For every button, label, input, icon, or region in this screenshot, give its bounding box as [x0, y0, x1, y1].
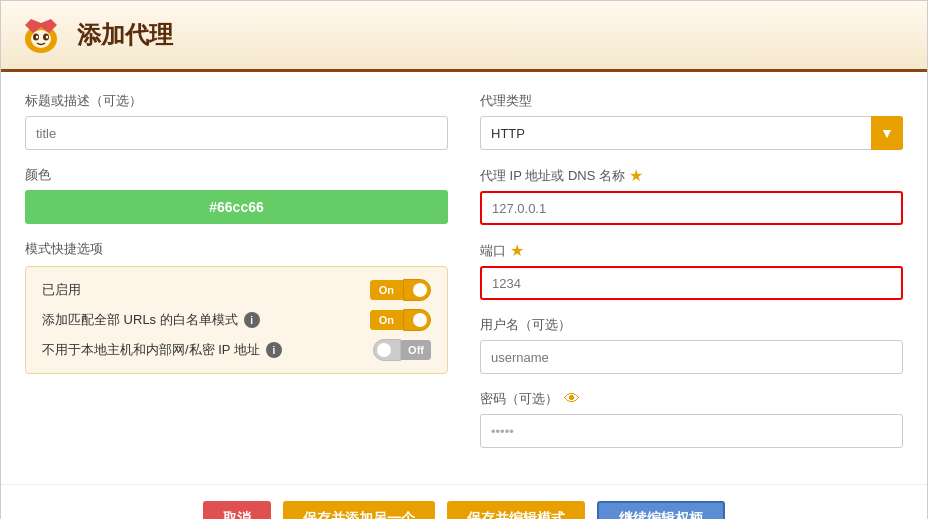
- port-star: ★: [510, 241, 524, 260]
- app-logo: [17, 11, 65, 59]
- proxy-type-group: 代理类型 HTTP HTTPS SOCKS4 SOCKS5 ▼: [480, 92, 903, 150]
- proxy-ip-group: 代理 IP 地址或 DNS 名称 ★: [480, 166, 903, 225]
- toggle-on-label: On: [370, 280, 403, 300]
- quick-options-box: 已启用 On 添加匹配全部 URLs 的白名单模式 i: [25, 266, 448, 374]
- content: 标题或描述（可选） 颜色 #66cc66 模式快捷选项 已启用: [1, 72, 927, 484]
- color-group: 颜色 #66cc66: [25, 166, 448, 224]
- quick-options-title-label: 模式快捷选项: [25, 240, 448, 258]
- whitelist-toggle[interactable]: On: [370, 309, 431, 331]
- password-group: 密码（可选） 👁: [480, 390, 903, 448]
- title-label: 标题或描述（可选）: [25, 92, 448, 110]
- header: 添加代理: [1, 1, 927, 72]
- window: 添加代理 标题或描述（可选） 颜色 #66cc66 模式快捷选项: [0, 0, 928, 519]
- proxy-ip-input[interactable]: [480, 191, 903, 225]
- whitelist-label: 添加匹配全部 URLs 的白名单模式 i: [42, 311, 260, 329]
- username-input[interactable]: [480, 340, 903, 374]
- continue-button[interactable]: 继续编辑权柄: [597, 501, 725, 519]
- password-input[interactable]: [480, 414, 903, 448]
- svg-point-5: [46, 36, 48, 39]
- password-label: 密码（可选） 👁: [480, 390, 903, 408]
- no-local-info-icon[interactable]: i: [266, 342, 282, 358]
- enabled-row: 已启用 On: [42, 279, 431, 301]
- username-group: 用户名（可选）: [480, 316, 903, 374]
- footer-buttons: 取消 保存并添加另一个 保存并编辑模式 继续编辑权柄: [1, 484, 927, 519]
- proxy-ip-star: ★: [629, 166, 643, 185]
- toggle-whitelist-slider: [403, 309, 431, 331]
- svg-point-4: [36, 36, 38, 39]
- whitelist-info-icon[interactable]: i: [244, 312, 260, 328]
- page-title: 添加代理: [77, 19, 173, 51]
- right-column: 代理类型 HTTP HTTPS SOCKS4 SOCKS5 ▼ 代: [480, 92, 903, 464]
- save-edit-button[interactable]: 保存并编辑模式: [447, 501, 585, 519]
- toggle-no-local-slider: [373, 339, 401, 361]
- title-input[interactable]: [25, 116, 448, 150]
- add-another-button[interactable]: 保存并添加另一个: [283, 501, 435, 519]
- toggle-no-local-off-label: Off: [401, 340, 431, 360]
- enabled-toggle[interactable]: On: [370, 279, 431, 301]
- port-group: 端口 ★: [480, 241, 903, 300]
- proxy-type-label: 代理类型: [480, 92, 903, 110]
- toggle-on-slider: [403, 279, 431, 301]
- port-label: 端口 ★: [480, 241, 903, 260]
- form-grid: 标题或描述（可选） 颜色 #66cc66 模式快捷选项 已启用: [25, 92, 903, 464]
- no-local-label: 不用于本地主机和内部网/私密 IP 地址 i: [42, 341, 282, 359]
- enabled-label: 已启用: [42, 281, 81, 299]
- title-group: 标题或描述（可选）: [25, 92, 448, 150]
- proxy-ip-label: 代理 IP 地址或 DNS 名称 ★: [480, 166, 903, 185]
- cancel-button[interactable]: 取消: [203, 501, 271, 519]
- port-input[interactable]: [480, 266, 903, 300]
- left-column: 标题或描述（可选） 颜色 #66cc66 模式快捷选项 已启用: [25, 92, 448, 464]
- color-label: 颜色: [25, 166, 448, 184]
- proxy-type-select-wrapper: HTTP HTTPS SOCKS4 SOCKS5 ▼: [480, 116, 903, 150]
- proxy-type-select[interactable]: HTTP HTTPS SOCKS4 SOCKS5: [480, 116, 903, 150]
- username-label: 用户名（可选）: [480, 316, 903, 334]
- no-local-row: 不用于本地主机和内部网/私密 IP 地址 i Off: [42, 339, 431, 361]
- no-local-toggle[interactable]: Off: [373, 339, 431, 361]
- color-picker[interactable]: #66cc66: [25, 190, 448, 224]
- toggle-whitelist-on-label: On: [370, 310, 403, 330]
- password-eye-icon[interactable]: 👁: [564, 390, 580, 408]
- whitelist-row: 添加匹配全部 URLs 的白名单模式 i On: [42, 309, 431, 331]
